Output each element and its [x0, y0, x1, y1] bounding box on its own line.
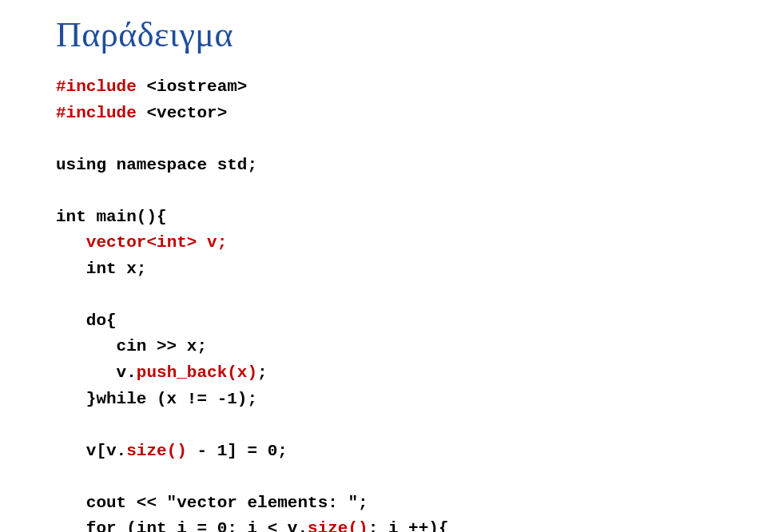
code-text: ;: [257, 363, 268, 382]
code-text: v[v.: [56, 442, 126, 460]
slide-title: Παράδειγμα: [56, 14, 711, 55]
code-text: do{: [56, 312, 117, 330]
code-text: for (int i = 0; i < v.: [56, 519, 308, 532]
code-text: using namespace std;: [56, 156, 257, 174]
code-preproc: #include: [56, 77, 137, 96]
code-text: int main(){: [56, 208, 167, 226]
code-text: - 1] = 0;: [187, 442, 288, 460]
code-text: cout << "vector elements: ";: [56, 494, 368, 512]
code-highlight: size(): [308, 519, 368, 532]
code-highlight: vector<int> v;: [86, 233, 227, 252]
code-preproc: #include: [56, 104, 137, 122]
code-text: ; i ++){: [368, 519, 449, 532]
code-text: <iostream>: [137, 77, 248, 96]
code-text: [56, 233, 86, 252]
code-highlight: size(): [126, 442, 187, 460]
code-text: int x;: [56, 260, 146, 278]
code-text: cin >> x;: [56, 337, 207, 355]
code-text: }while (x != -1);: [56, 390, 257, 408]
code-text: v.: [56, 363, 137, 382]
code-block: #include <iostream> #include <vector> us…: [56, 74, 711, 532]
code-text: <vector>: [137, 104, 227, 122]
code-highlight: push_back(x): [137, 363, 257, 382]
